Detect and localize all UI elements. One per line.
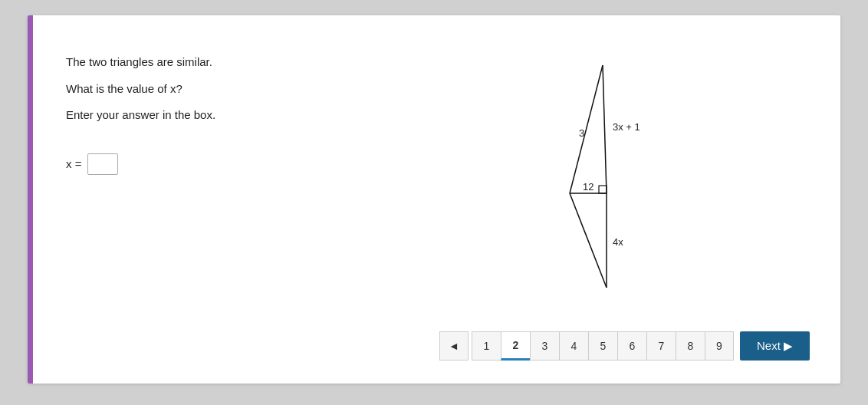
left-panel: The two triangles are similar. What is t… (66, 46, 388, 308)
page-num-group: 1 2 3 4 5 6 7 8 9 (472, 331, 734, 361)
svg-line-0 (570, 65, 603, 193)
answer-row: x = (66, 153, 388, 175)
left-accent (28, 15, 33, 384)
right-panel: 3 12 3x + 1 4x (388, 46, 810, 308)
svg-line-1 (603, 65, 607, 193)
page-6-button[interactable]: 6 (617, 331, 646, 361)
page-5-button[interactable]: 5 (588, 331, 617, 361)
svg-text:4x: 4x (613, 236, 623, 248)
page-3-button[interactable]: 3 (530, 331, 559, 361)
answer-label: x = (66, 157, 81, 170)
svg-text:3x + 1: 3x + 1 (613, 121, 640, 133)
question-line1: The two triangles are similar. (66, 54, 388, 71)
next-button[interactable]: Next ▶ (740, 331, 810, 361)
page-8-button[interactable]: 8 (676, 331, 705, 361)
instruction-text: Enter your answer in the box. (66, 107, 388, 124)
content-area: The two triangles are similar. What is t… (66, 46, 810, 308)
triangle-diagram: 3 12 3x + 1 4x (515, 54, 683, 299)
page-7-button[interactable]: 7 (646, 331, 676, 361)
svg-text:3: 3 (579, 127, 584, 139)
svg-rect-5 (599, 186, 607, 193)
answer-input[interactable] (87, 153, 118, 175)
question-line2: What is the value of x? (66, 81, 388, 98)
svg-text:12: 12 (583, 181, 593, 193)
page-2-button[interactable]: 2 (501, 331, 530, 361)
page-9-button[interactable]: 9 (705, 331, 734, 361)
prev-button[interactable]: ◄ (439, 331, 469, 361)
page-1-button[interactable]: 1 (472, 331, 501, 361)
page-container: The two triangles are similar. What is t… (28, 15, 840, 384)
pagination-bar: ◄ 1 2 3 4 5 6 7 8 9 Next ▶ (58, 331, 810, 361)
svg-line-4 (570, 193, 607, 288)
page-4-button[interactable]: 4 (559, 331, 588, 361)
